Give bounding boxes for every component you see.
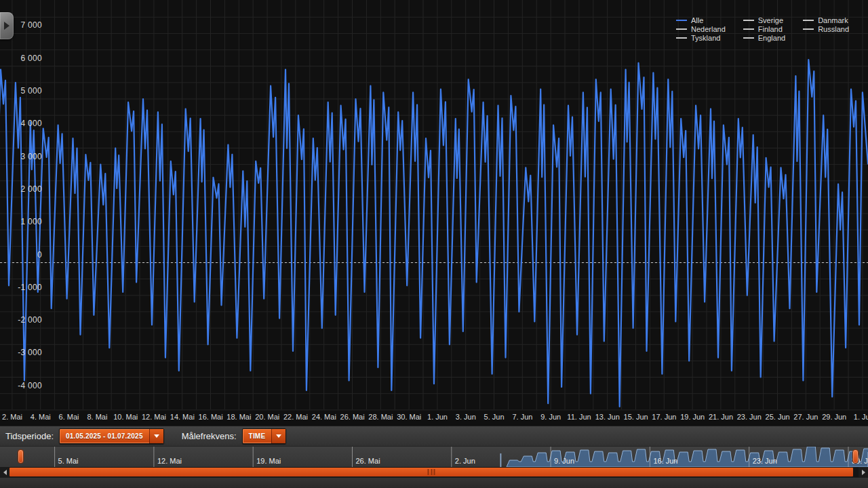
legend-label: Sverige (758, 16, 783, 24)
legend-item-nederland[interactable]: Nederland (676, 25, 726, 33)
legend-line-icon (743, 20, 754, 21)
malefrekvens-value: TIME (243, 429, 272, 443)
legend-item-england[interactable]: England (743, 34, 785, 42)
legend-item-danmark[interactable]: Danmark (803, 16, 849, 24)
legend-item-finland[interactable]: Finland (743, 25, 785, 33)
legend-line-icon (803, 28, 814, 30)
legend-line-icon (676, 37, 687, 39)
tidsperiode-value: 01.05.2025 - 01.07.2025 (60, 429, 149, 443)
chart-legend: AlleNederlandTysklandSverigeFinlandEngla… (676, 16, 849, 42)
legend-line-icon (743, 28, 754, 30)
sidebar-expand-tab[interactable] (0, 12, 14, 39)
legend-line-icon (803, 20, 814, 21)
timeline-navigator[interactable]: 5. Mai12. Mai19. Mai26. Mai2. Jun9. Jun1… (0, 446, 868, 467)
legend-item-tyskland[interactable]: Tyskland (676, 34, 726, 42)
arrow-right-icon (862, 470, 865, 475)
expand-arrow-icon (4, 22, 9, 30)
chevron-down-icon[interactable] (271, 429, 285, 443)
legend-item-sverige[interactable]: Sverige (743, 16, 785, 24)
tidsperiode-dropdown[interactable]: 01.05.2025 - 01.07.2025 (59, 428, 164, 444)
legend-label: Nederland (691, 25, 726, 33)
horizontal-scrollbar[interactable] (0, 467, 868, 477)
tidsperiode-label: Tidsperiode: (5, 431, 54, 441)
bottom-strip (0, 477, 868, 488)
app-window: 7 0006 0005 0004 0003 0002 0001 0000-1 0… (0, 0, 868, 488)
scrollbar-thumb[interactable] (9, 468, 853, 476)
timeseries-plot[interactable] (0, 0, 868, 426)
legend-line-icon (676, 20, 687, 21)
navigator-preview-chart (0, 447, 868, 468)
navigator-left-handle[interactable] (18, 449, 24, 464)
controls-bar: Tidsperiode: 01.05.2025 - 01.07.2025 Mål… (0, 426, 868, 446)
malefrekvens-dropdown[interactable]: TIME (242, 428, 287, 444)
legend-label: Alle (691, 16, 703, 24)
legend-label: Danmark (818, 16, 848, 24)
malefrekvens-label: Målefrekvens: (182, 431, 237, 441)
main-chart[interactable]: 7 0006 0005 0004 0003 0002 0001 0000-1 0… (0, 0, 868, 426)
scroll-left-button[interactable] (0, 467, 9, 477)
scrollbar-grip-icon (428, 469, 435, 475)
navigator-right-handle[interactable] (852, 449, 859, 464)
legend-item-russland[interactable]: Russland (803, 25, 849, 33)
chevron-down-icon[interactable] (149, 429, 163, 443)
scroll-right-button[interactable] (859, 467, 868, 477)
legend-item-alle[interactable]: Alle (676, 16, 726, 24)
legend-label: Russland (818, 25, 849, 33)
legend-label: Finland (758, 25, 783, 33)
legend-label: England (758, 34, 785, 42)
legend-label: Tyskland (691, 34, 720, 42)
legend-line-icon (676, 28, 687, 30)
legend-line-icon (743, 37, 754, 39)
arrow-left-icon (3, 470, 7, 475)
